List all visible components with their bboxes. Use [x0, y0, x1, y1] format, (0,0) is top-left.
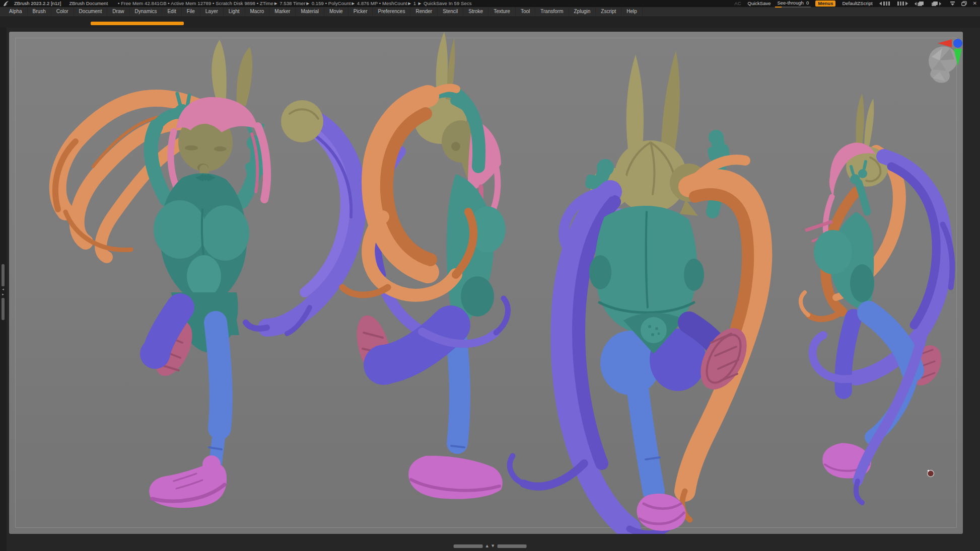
menu-item-zscript[interactable]: Zscript [596, 7, 621, 16]
close-button[interactable]: ✕ [973, 0, 977, 7]
menu-item-movie[interactable]: Movie [324, 7, 348, 16]
tray-arrow-right-icon[interactable]: ▸ [2, 293, 4, 296]
menu-item-marker[interactable]: Marker [269, 7, 296, 16]
menu-item-dynamics[interactable]: Dynamics [130, 7, 163, 16]
bottom-scroll-bar[interactable] [497, 544, 526, 548]
menu-item-stencil[interactable]: Stencil [438, 7, 463, 16]
see-through-label: See-through [777, 0, 803, 6]
menu-item-alpha[interactable]: Alpha [4, 7, 28, 16]
document-border [15, 38, 957, 528]
restore-button[interactable] [961, 1, 967, 6]
shelf-scrollbar[interactable] [91, 22, 184, 25]
menu-item-material[interactable]: Material [296, 7, 324, 16]
menu-item-light[interactable]: Light [224, 7, 245, 16]
menu-item-texture[interactable]: Texture [488, 7, 516, 16]
zbrush-logo-icon [3, 1, 9, 7]
menu-item-layer[interactable]: Layer [200, 7, 224, 16]
see-through-value: 0 [806, 0, 809, 6]
menu-bar: Alpha Brush Color Document Draw Dynamics… [0, 7, 980, 16]
menu-item-help[interactable]: Help [621, 7, 643, 16]
bottom-scroll-handle[interactable]: ▲ ▼ [454, 544, 527, 548]
menu-item-file[interactable]: File [182, 7, 200, 16]
quicksave-button[interactable]: QuickSave [748, 0, 771, 7]
sculpt-canvas[interactable] [9, 32, 963, 534]
menu-item-document[interactable]: Document [74, 7, 108, 16]
menu-item-transform[interactable]: Transform [535, 7, 569, 16]
left-tray-bar[interactable] [2, 298, 5, 320]
document-name-label: ZBrush Document [69, 0, 108, 7]
menu-item-picker[interactable]: Picker [348, 7, 373, 16]
default-zscript-button[interactable]: DefaultZScript [842, 0, 872, 7]
main-region: ◂ ▸ [0, 28, 980, 551]
menu-item-brush[interactable]: Brush [28, 7, 51, 16]
minimize-button[interactable] [950, 1, 955, 6]
menu-item-zplugin[interactable]: Zplugin [569, 7, 596, 16]
tray-arrow-left-icon[interactable]: ◂ [2, 288, 4, 291]
scroll-arrow-up-icon[interactable]: ▲ [486, 544, 488, 548]
ac-toggle[interactable]: AC [734, 0, 741, 7]
menu-item-edit[interactable]: Edit [162, 7, 181, 16]
left-tray-handle[interactable]: ◂ ▸ [2, 264, 5, 320]
panel-previous-icon[interactable] [915, 1, 925, 7]
left-tray-strip: ◂ ▸ [0, 28, 7, 551]
see-through-track[interactable] [775, 7, 811, 8]
menu-item-color[interactable]: Color [51, 7, 74, 16]
menus-button[interactable]: Menus [815, 1, 835, 7]
bottom-scroll-bar[interactable] [454, 544, 483, 548]
left-tray-bar[interactable] [2, 264, 5, 286]
see-through-slider[interactable]: See-through 0 [777, 0, 809, 8]
app-version-label: ZBrush 2023.2.2 [n1z] [14, 0, 61, 7]
menu-item-macro[interactable]: Macro [245, 7, 270, 16]
titlebar-right-controls: AC QuickSave See-through 0 Menus Default… [734, 0, 977, 8]
menu-item-render[interactable]: Render [410, 7, 438, 16]
shelf-strip [0, 16, 980, 28]
menu-item-stroke[interactable]: Stroke [463, 7, 488, 16]
window-controls: ✕ [950, 0, 977, 7]
menu-item-draw[interactable]: Draw [107, 7, 129, 16]
tray-collapse-left-icon[interactable] [879, 1, 890, 6]
title-bar: ZBrush 2023.2.2 [n1z] ZBrush Document • … [0, 0, 980, 7]
see-through-fill [775, 7, 782, 8]
tray-collapse-right-icon[interactable] [897, 1, 908, 6]
memory-stats-label: • Free Mem 42.841GB • Active Mem 12789 •… [118, 0, 472, 7]
scroll-arrow-down-icon[interactable]: ▼ [492, 544, 494, 548]
menu-item-tool[interactable]: Tool [516, 7, 535, 16]
panel-next-icon[interactable] [931, 1, 941, 7]
menu-item-preferences[interactable]: Preferences [373, 7, 410, 16]
